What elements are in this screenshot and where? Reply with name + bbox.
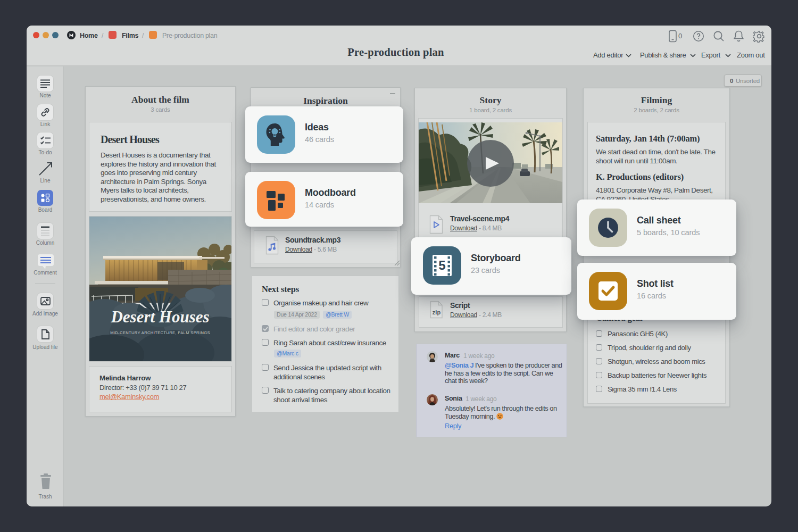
svg-text:5: 5 (438, 258, 445, 272)
svg-text:Desert Houses: Desert Houses (110, 307, 209, 326)
svg-text:zip: zip (433, 309, 441, 315)
svg-text:MID-CENTURY ARCHITECTURE, PALM: MID-CENTURY ARCHITECTURE, PALM SPRINGS (110, 330, 210, 335)
